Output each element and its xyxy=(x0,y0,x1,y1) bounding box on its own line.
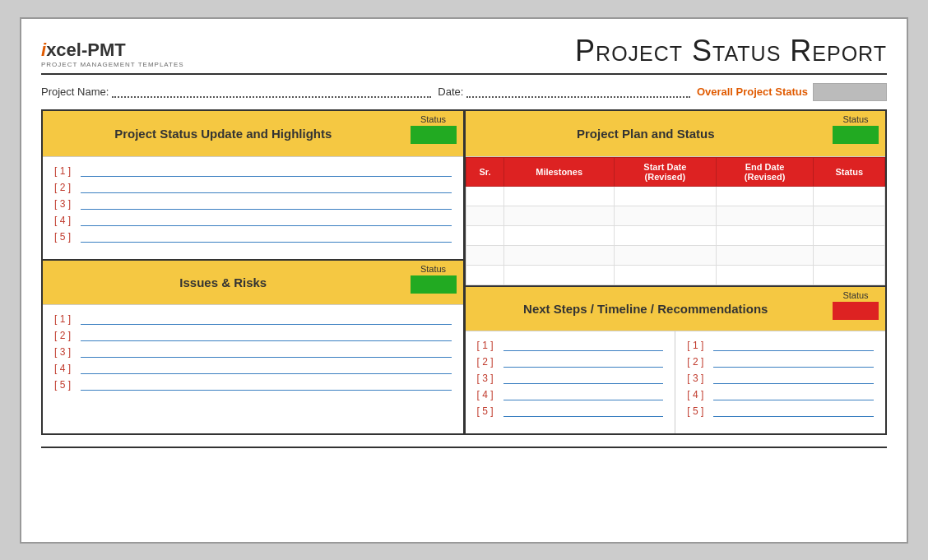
ns-right-num-1: [ 1 ] xyxy=(687,340,710,351)
ns-left-line-5 xyxy=(503,405,664,417)
logo-xcel: xcel- xyxy=(46,39,87,60)
logo-area: ixcel-PMT PROJECT MANAGEMENT TEMPLATES xyxy=(41,41,184,68)
list-num-5: [ 5 ] xyxy=(54,231,77,243)
ns-right-line-2 xyxy=(713,356,874,368)
col-milestones: Milestones xyxy=(504,157,615,186)
list-item: [ 5 ] xyxy=(477,405,664,417)
list-line-3 xyxy=(81,198,452,210)
ns-right-num-4: [ 4 ] xyxy=(687,389,710,400)
nextsteps-status-area: Status xyxy=(826,287,885,331)
ns-left-line-3 xyxy=(503,373,664,384)
col-status: Status xyxy=(814,157,885,186)
ns-right-line-5 xyxy=(713,405,874,417)
milestones-section: Sr. Milestones Start Date(Revised) End D… xyxy=(466,157,886,285)
plan-status-indicator xyxy=(833,126,879,144)
issues-num-2: [ 2 ] xyxy=(54,330,77,341)
issues-line-3 xyxy=(81,346,452,358)
table-row xyxy=(466,245,885,265)
col-end-date: End Date(Revised) xyxy=(716,157,814,186)
ns-left-num-4: [ 4 ] xyxy=(477,389,500,400)
issues-title: Issues & Risks xyxy=(179,275,267,289)
bottom-border xyxy=(41,447,887,448)
list-line-4 xyxy=(81,215,452,226)
ns-right-num-2: [ 2 ] xyxy=(687,356,710,368)
list-item: [ 3 ] xyxy=(54,346,452,358)
list-item: [ 2 ] xyxy=(687,356,874,368)
ns-right-num-3: [ 3 ] xyxy=(687,373,710,384)
col-right: Project Plan and Status Status Sr. Miles… xyxy=(466,111,886,433)
list-line-1 xyxy=(81,165,452,177)
page: ixcel-PMT PROJECT MANAGEMENT TEMPLATES P… xyxy=(20,17,908,544)
issues-line-2 xyxy=(81,330,452,341)
report-title: Project Status Report xyxy=(575,34,887,68)
issues-status-label: Status xyxy=(420,264,446,274)
ns-left-num-5: [ 5 ] xyxy=(477,405,500,417)
plan-title: Project Plan and Status xyxy=(577,127,715,141)
issues-num-5: [ 5 ] xyxy=(54,379,77,391)
issues-status-indicator xyxy=(411,275,457,294)
issues-num-3: [ 3 ] xyxy=(54,346,77,358)
table-row xyxy=(466,186,885,206)
col-sr: Sr. xyxy=(466,157,504,186)
ns-left-line-2 xyxy=(503,356,664,368)
logo-text: ixcel-PMT xyxy=(41,41,184,59)
table-row xyxy=(466,225,885,245)
list-num-3: [ 3 ] xyxy=(54,198,77,210)
overall-status-box xyxy=(813,83,887,101)
col-left: Project Status Update and Highlights Sta… xyxy=(43,111,466,433)
plan-title-area: Project Plan and Status xyxy=(466,111,827,156)
date-label: Date: xyxy=(438,86,463,98)
list-item: [ 2 ] xyxy=(477,356,664,368)
updates-header: Project Status Update and Highlights Sta… xyxy=(43,111,463,157)
ns-left-num-3: [ 3 ] xyxy=(477,373,500,384)
list-item: [ 1 ] xyxy=(54,165,452,177)
project-name-line xyxy=(112,86,431,98)
col-start-date: Start Date(Revised) xyxy=(614,157,716,186)
nextsteps-list-right: [ 1 ] [ 2 ] [ 3 ] [ 4 ] xyxy=(675,331,885,433)
issues-title-area: Issues & Risks xyxy=(43,261,404,304)
issues-line-4 xyxy=(81,363,452,374)
list-item: [ 1 ] xyxy=(477,340,664,351)
table-row xyxy=(466,265,885,285)
milestones-table: Sr. Milestones Start Date(Revised) End D… xyxy=(466,157,886,285)
logo-subtitle: PROJECT MANAGEMENT TEMPLATES xyxy=(41,61,184,68)
updates-status-label: Status xyxy=(420,114,446,124)
list-item: [ 5 ] xyxy=(54,379,452,391)
nextsteps-list-left: [ 1 ] [ 2 ] [ 3 ] [ 4 ] xyxy=(466,331,676,433)
ns-left-num-1: [ 1 ] xyxy=(477,340,500,351)
list-num-4: [ 4 ] xyxy=(54,215,77,226)
list-item: [ 4 ] xyxy=(54,363,452,374)
list-item: [ 4 ] xyxy=(54,215,452,226)
nextsteps-header: Next Steps / Timeline / Recommendations … xyxy=(466,285,886,331)
issues-header: Issues & Risks Status xyxy=(43,259,463,305)
nextsteps-title-area: Next Steps / Timeline / Recommendations xyxy=(466,287,827,331)
nextsteps-title: Next Steps / Timeline / Recommendations xyxy=(523,302,768,316)
overall-status-label: Overall Project Status xyxy=(697,86,808,98)
issues-num-4: [ 4 ] xyxy=(54,363,77,374)
list-item: [ 2 ] xyxy=(54,182,452,193)
list-num-2: [ 2 ] xyxy=(54,182,77,193)
project-name-label: Project Name: xyxy=(41,86,109,98)
list-item: [ 1 ] xyxy=(54,313,452,325)
updates-title-area: Project Status Update and Highlights xyxy=(43,111,404,156)
updates-list: [ 1 ] [ 2 ] [ 3 ] [ 4 ] [ 5 ] xyxy=(43,157,463,259)
list-item: [ 4 ] xyxy=(477,389,664,400)
list-item: [ 2 ] xyxy=(54,330,452,341)
ns-right-line-3 xyxy=(713,373,874,384)
updates-status-indicator xyxy=(411,126,457,144)
list-item: [ 3 ] xyxy=(687,373,874,384)
list-item: [ 4 ] xyxy=(687,389,874,400)
info-row: Project Name: Date: Overall Project Stat… xyxy=(41,83,887,101)
nextsteps-status-label: Status xyxy=(842,290,868,300)
issues-line-5 xyxy=(81,379,452,391)
issues-num-1: [ 1 ] xyxy=(54,313,77,325)
date-line xyxy=(466,86,690,98)
ns-left-line-1 xyxy=(503,340,664,351)
nextsteps-lists: [ 1 ] [ 2 ] [ 3 ] [ 4 ] xyxy=(466,331,886,433)
ns-left-num-2: [ 2 ] xyxy=(477,356,500,368)
logo-pmt: PMT xyxy=(87,39,125,60)
plan-status-area: Status xyxy=(826,111,885,156)
list-num-1: [ 1 ] xyxy=(54,165,77,177)
list-item: [ 3 ] xyxy=(477,373,664,384)
list-line-5 xyxy=(81,231,452,243)
